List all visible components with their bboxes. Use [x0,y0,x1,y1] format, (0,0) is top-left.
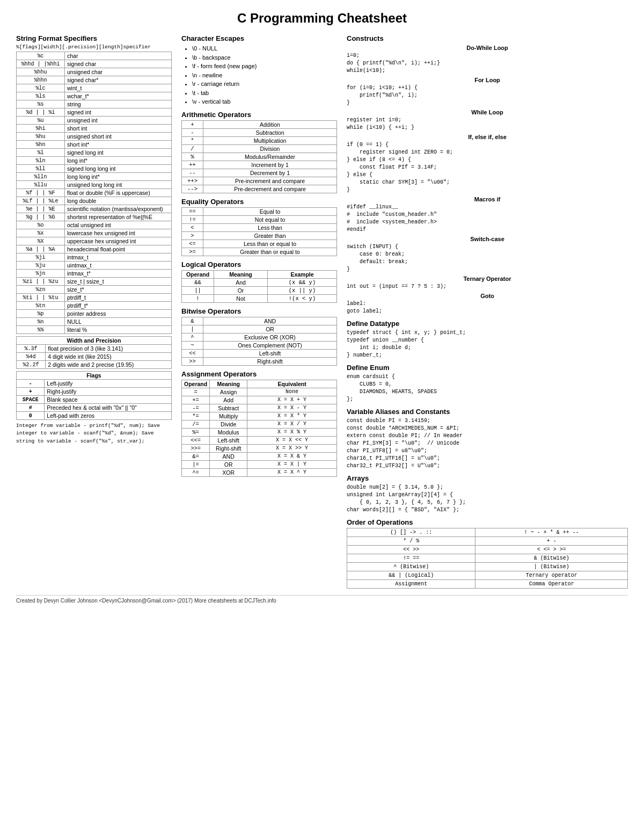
table-row: %hishort int [17,125,172,133]
goto-code: label: goto label; [347,300,628,315]
ternary-code: int out = (input == 7 ? 5 : 3); [347,283,628,291]
table-row: %hhnsigned char* [17,76,172,84]
assign-col1-header: Operand [182,380,210,388]
table-row: AssignmentComma Operator [347,580,628,589]
ifelse-title: If, else if, else [347,134,628,140]
define-enum-title: Define Enum [347,364,628,372]
logical-col1-header: Operand [182,270,214,278]
for-title: For Loop [347,77,628,83]
table-row: %lswchar_t* [17,92,172,100]
footer: Created by Devyn Collier Johnson <DevynC… [16,595,628,604]
macros-title: Macros if [347,196,628,202]
table-row: ~Ones Complement (NOT) [182,341,337,349]
table-row: ++Increment by 1 [182,161,337,169]
table-row: ^ (Bitwise)| (Bitwise) [347,563,628,571]
logical-title: Logical Operators [181,260,337,269]
table-row: ^Exclusive OR (XOR) [182,333,337,341]
equality-table: ==Equal to!=Not equal to<Less than>Great… [181,207,337,256]
for-code: for (i=0; i<10; ++i) { printf("%d\n", i)… [347,84,628,107]
table-row: +Addition [182,120,337,128]
table-row: -Left-justify [17,380,172,388]
switch-code: switch (INPUT) { case 0: break; default:… [347,243,628,273]
table-row: &=ANDX = X & Y [182,452,337,460]
string-format-title: String Format Specifiers [16,34,172,42]
do-while-code: i=0; do { printf("%d\n", i); ++i;} while… [347,52,628,75]
logical-col3-header: Example [268,270,337,278]
table-row: %Lf | | %Lelong double [17,197,172,205]
string-format-subtitle: %[flags][width][.precision][length]speci… [16,44,172,50]
var-aliases-code: const double PI = 3.14159; const double … [347,417,628,470]
define-datatype-code: typedef struct { int x, y; } point_t; ty… [347,329,628,359]
char-escapes-title: Character Escapes [181,34,337,42]
table-row: %jnintmax_t* [17,270,172,278]
string-format-table: %cchar%hhd | |%hhisigned char%hhuunsigne… [16,52,172,334]
list-item: \0 - NULL [192,44,337,53]
table-row: /=DivideX = X / Y [182,420,337,428]
table-row: %2.2f2 digits wide and 2 precise (19.95) [17,361,172,369]
table-row: >>=Right-shiftX = X >> Y [182,444,337,452]
table-row: () [] -> . ::! ~ - + * & ++ -- [347,528,628,537]
table-row: %4d4 digit wide int (like 2015) [17,353,172,361]
table-row: %lcwint_t [17,84,172,92]
assignment-title: Assignment Operators [181,370,337,378]
table-row: %huunsigned short int [17,133,172,141]
assignment-table: Operand Meaning Equivalent =AssignNone+=… [181,380,337,477]
column-2: Character Escapes \0 - NULL\b - backspac… [181,34,337,589]
table-row: ||Or(x || y) [182,286,337,294]
table-row: -->Pre-decrement and compare [182,185,337,193]
table-row: %xlowercase hex unsigned int [17,229,172,237]
table-row: *=MultiplyX = X * Y [182,412,337,420]
table-row: != ==& (Bitwise) [347,554,628,563]
arithmetic-table: +Addition-Subtraction*Multiplication/Div… [181,120,337,193]
logical-col2-header: Meaning [214,270,268,278]
table-row: %hnshort int* [17,141,172,149]
char-escapes-list: \0 - NULL\b - backspace\f - form feed (n… [181,44,337,106]
page-title: C Programming Cheatsheet [16,11,628,26]
macros-code: #ifdef __linux__ # include "custom_heade… [347,204,628,234]
table-row: SPACEBlank space [17,396,172,404]
table-row: #Preceded hex & octal with "0x" || "0" [17,404,172,412]
table-row: >Greater than [182,231,337,240]
table-row: %e | | %Escientific notation (mantissa/e… [17,205,172,213]
list-item: \r - carriage return [192,79,337,89]
table-row: << >>< <= > >= [347,546,628,554]
table-row: |=ORX = X | Y [182,460,337,468]
table-row: %d | | %isigned int [17,108,172,117]
column-1: String Format Specifiers %[flags][width]… [16,34,172,589]
switch-title: Switch-case [347,236,628,242]
table-row: <Less than [182,223,337,231]
bitwise-table: &AND|OR^Exclusive OR (XOR)~Ones Compleme… [181,317,337,366]
define-datatype-title: Define Datatype [347,320,628,328]
table-row: %Xuppercase hex unsigned int [17,237,172,245]
table-row: %znsize_t* [17,286,172,294]
table-row: %zi | | %zusize_t | ssize_t [17,278,172,286]
list-item: \v - vertical tab [192,97,337,106]
constructs-title: Constructs [347,34,628,42]
table-row: %.3ffloat precision of 3 (like 3.141) [17,345,172,353]
order-title: Order of Operations [347,518,628,526]
order-table: () [] -> . ::! ~ - + * & ++ --* / %+ -<<… [347,528,628,589]
while-code: register int i=0; while (i<10) { ++i; } [347,117,628,132]
width-precision-title: Width and Precision [17,337,172,345]
table-row: !Not!(x < y) [182,294,337,302]
logical-table: Operand Meaning Example &&And(x && y)||O… [181,270,337,303]
table-row: %=ModulusX = X % Y [182,428,337,436]
table-row: %sstring [17,100,172,108]
table-row: <<Left-shift [182,349,337,357]
assign-col3-header: Equivalent [247,380,337,388]
table-row: %tnptrdiff_t* [17,302,172,310]
assign-col2-header: Meaning [210,380,247,388]
table-row: %jiintmax_t [17,253,172,262]
table-row: !=Not equal to [182,215,337,223]
bitwise-title: Bitwise Operators [181,307,337,315]
table-row: %a | | %Ahexadecimal float-point [17,245,172,253]
flags-title: Flags [17,372,172,380]
define-enum-code: enum cardsuit { CLUBS = 0, DIAMONDS, HEA… [347,373,628,403]
table-row: &&And(x && y) [182,278,337,286]
table-row: %lluunsigned long long int [17,181,172,189]
table-row: &AND [182,317,337,325]
table-row: %llsigned long long int [17,165,172,173]
arrays-title: Arrays [347,474,628,482]
table-row: %f | | %Ffloat or double (%F is uppercas… [17,189,172,197]
table-row: %cchar [17,52,172,60]
